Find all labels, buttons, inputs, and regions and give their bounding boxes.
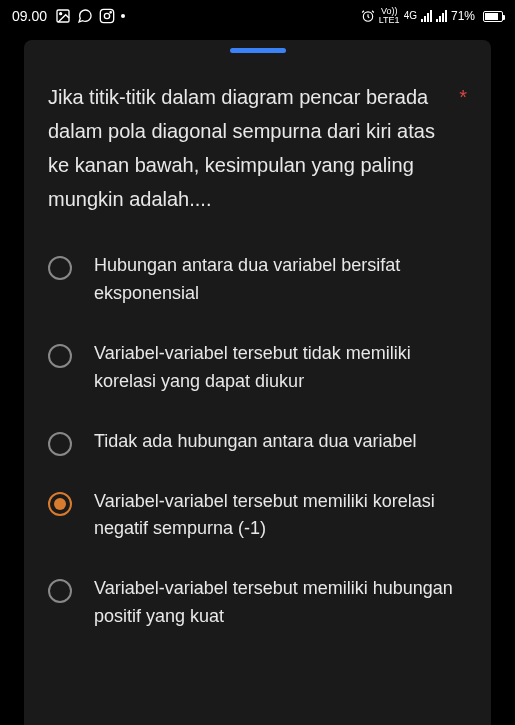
more-dot-icon [121,14,125,18]
status-icons-left [55,8,125,24]
question-text: Jika titik-titik dalam diagram pencar be… [48,80,467,216]
battery-percent: 71% [451,9,475,23]
option-2[interactable]: Tidak ada hubungan antara dua variabel [48,428,467,456]
image-icon [55,8,71,24]
whatsapp-icon [77,8,93,24]
radio-icon [48,256,72,280]
network-type: 4G [404,11,417,21]
radio-icon [48,432,72,456]
question-card: Jika titik-titik dalam diagram pencar be… [24,40,491,725]
option-label: Variabel-variabel tersebut memiliki hubu… [94,575,467,631]
clock: 09.00 [12,8,47,24]
option-label: Variabel-variabel tersebut tidak memilik… [94,340,467,396]
drag-handle[interactable] [230,48,286,53]
option-4[interactable]: Variabel-variabel tersebut memiliki hubu… [48,575,467,631]
status-left: 09.00 [12,8,125,24]
signal-icon-2 [436,10,447,22]
status-bar: 09.00 Vo)) LTE1 4G 71% [0,0,515,32]
radio-icon [48,579,72,603]
svg-rect-2 [100,9,113,22]
option-label: Hubungan antara dua variabel bersifat ek… [94,252,467,308]
instagram-icon [99,8,115,24]
svg-point-3 [104,13,109,18]
options-group: Hubungan antara dua variabel bersifat ek… [48,252,467,631]
signal-icon-1 [421,10,432,22]
alarm-icon [361,9,375,23]
volte-label: Vo)) LTE1 [379,7,400,25]
svg-point-4 [110,12,111,13]
option-1[interactable]: Variabel-variabel tersebut tidak memilik… [48,340,467,396]
option-0[interactable]: Hubungan antara dua variabel bersifat ek… [48,252,467,308]
status-right: Vo)) LTE1 4G 71% [361,7,503,25]
battery-icon [479,11,503,22]
required-marker: * [459,80,467,114]
option-label: Tidak ada hubungan antara dua variabel [94,428,417,456]
option-3[interactable]: Variabel-variabel tersebut memiliki kore… [48,488,467,544]
radio-icon [48,492,72,516]
radio-icon [48,344,72,368]
svg-point-1 [60,13,62,15]
option-label: Variabel-variabel tersebut memiliki kore… [94,488,467,544]
